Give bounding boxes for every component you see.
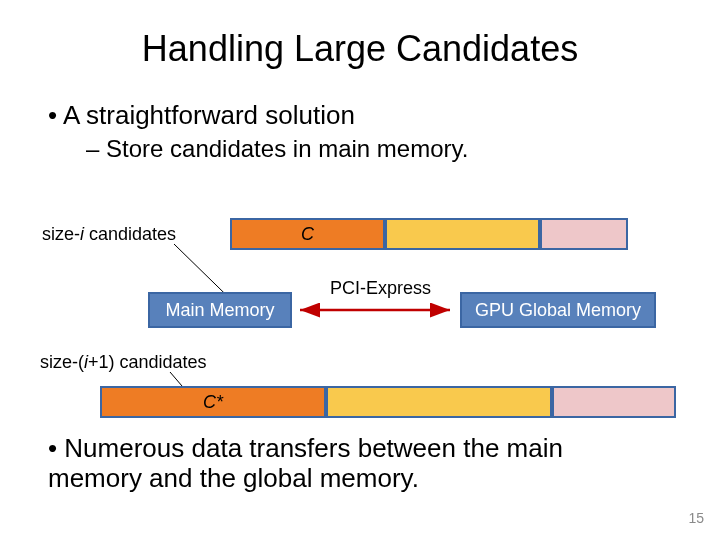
bullet-transfers: Numerous data transfers between the main… xyxy=(48,434,660,494)
box-bottom-pink xyxy=(552,386,676,418)
box-gpu-memory: GPU Global Memory xyxy=(460,292,656,328)
page-number: 15 xyxy=(688,510,704,526)
box-bottom-yellow xyxy=(326,386,552,418)
box-cstar: C* xyxy=(100,386,326,418)
label-size-i1: size-(i+1) candidates xyxy=(40,352,207,373)
